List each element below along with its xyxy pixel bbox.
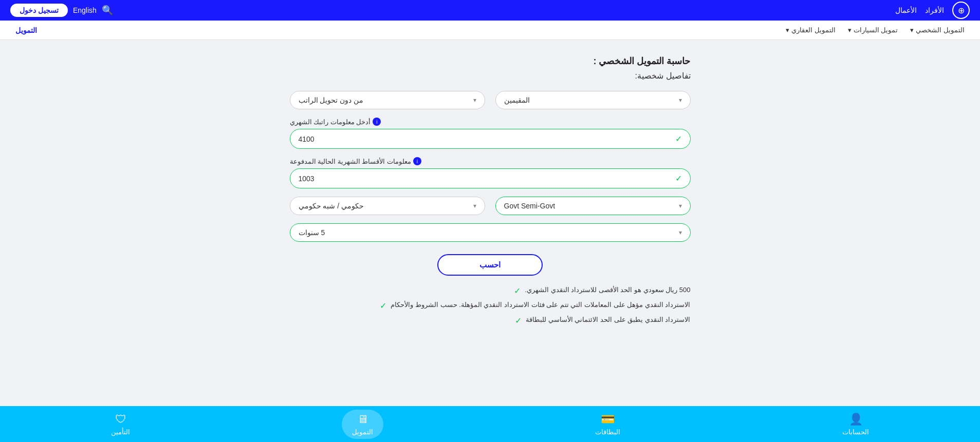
salary-transfer-group: ▾ من دون تحويل الراتب: [290, 91, 485, 109]
section-title: تفاصيل شخصية:: [290, 71, 691, 81]
note-item-2: ✓ الاسترداد النقدي مؤهل على المعاملات ال…: [290, 301, 691, 311]
personal-financing-label: التمويل الشخصي: [916, 26, 965, 34]
car-financing-link[interactable]: تمويل السيارات ▾: [848, 26, 898, 34]
personal-financing-link[interactable]: التمويل الشخصي ▾: [910, 26, 965, 34]
residency-value: المقيمين: [504, 96, 530, 104]
form-row-2: i أدخل معلومات راتبك الشهري ✓ 4100: [290, 118, 691, 149]
form-row-1: ▾ المقيمين ▾ من دون تحويل الراتب: [290, 91, 691, 109]
chevron-down-icon: ▾: [679, 97, 682, 104]
installments-value: 1003: [299, 175, 315, 183]
note-item-3: ✓ الاسترداد النقدي يطبق على الحد الائتما…: [290, 316, 691, 325]
check-icon: ✓: [380, 301, 386, 311]
real-estate-financing-link[interactable]: التمويل العقاري ▾: [786, 26, 836, 34]
page-title: حاسبة التمويل الشخصي :: [290, 55, 691, 67]
financing-bottom-label: التمويل: [352, 428, 373, 436]
individual-nav-link[interactable]: الأفراد: [925, 6, 944, 14]
duration-group: ▾ 5 سنوات: [290, 223, 691, 242]
bottom-navigation: 👤 الحسابات 💳 البطاقات 🖥 التمويل 🛡 التأمي…: [0, 406, 980, 442]
form-row-4: ▾ Govt Semi-Govt ▾ حكومي / شبه حكومي: [290, 197, 691, 215]
sector-ar-select[interactable]: ▾ حكومي / شبه حكومي: [290, 197, 485, 215]
notes-section: ✓ 500 ريال سعودي هو الحد الأقصى للاستردا…: [290, 286, 691, 325]
salary-transfer-select[interactable]: ▾ من دون تحويل الراتب: [290, 91, 485, 109]
car-financing-label: تمويل السيارات: [854, 26, 898, 34]
cards-icon: 💳: [601, 413, 615, 426]
chevron-down-icon: ▾: [473, 97, 476, 104]
salary-transfer-value: من دون تحويل الراتب: [299, 96, 364, 104]
chevron-down-icon: ▾: [910, 26, 914, 34]
check-icon: ✓: [675, 134, 682, 144]
sector-ar-group: ▾ حكومي / شبه حكومي: [290, 197, 485, 215]
salary-input[interactable]: ✓ 4100: [290, 129, 691, 149]
top-nav-right: ⊕ الأفراد الأعمال: [895, 2, 970, 19]
residency-select[interactable]: ▾ المقيمين: [495, 91, 691, 109]
residency-group: ▾ المقيمين: [495, 91, 691, 109]
secondary-navigation: التمويل الشخصي ▾ تمويل السيارات ▾ التموي…: [0, 21, 980, 40]
chevron-down-icon: ▾: [679, 229, 682, 236]
form-row-3: i معلومات الأقساط الشهرية الحالية المدفو…: [290, 157, 691, 188]
salary-label-text: أدخل معلومات راتبك الشهري: [290, 118, 371, 126]
duration-select[interactable]: ▾ 5 سنوات: [290, 223, 691, 242]
note-item-1: ✓ 500 ريال سعودي هو الحد الأقصى للاستردا…: [290, 286, 691, 296]
insurance-icon: 🛡: [115, 413, 126, 426]
form-row-5: ▾ 5 سنوات: [290, 223, 691, 242]
salary-label: i أدخل معلومات راتبك الشهري: [290, 118, 381, 126]
english-link[interactable]: English: [73, 6, 97, 14]
installments-label-text: معلومات الأقساط الشهرية الحالية المدفوعة: [290, 158, 411, 165]
secondary-nav-links: التمويل الشخصي ▾ تمويل السيارات ▾ التموي…: [786, 26, 965, 34]
bottom-nav-cards[interactable]: 💳 البطاقات: [585, 410, 631, 439]
bottom-nav-financing[interactable]: 🖥 التمويل: [342, 410, 383, 439]
chevron-down-icon: ▾: [473, 202, 476, 209]
check-icon: ✓: [675, 174, 682, 183]
salary-info-icon[interactable]: i: [373, 118, 381, 126]
installments-input[interactable]: ✓ 1003: [290, 168, 691, 188]
note-text-2: الاسترداد النقدي مؤهل على المعاملات التي…: [391, 301, 690, 309]
financing-main-link[interactable]: التمويل: [15, 26, 37, 34]
installments-info-icon[interactable]: i: [413, 157, 421, 165]
bottom-nav-insurance[interactable]: 🛡 التأمين: [101, 410, 140, 439]
accounts-label: الحسابات: [842, 428, 869, 436]
note-text-1: 500 ريال سعودي هو الحد الأقصى للاسترداد …: [525, 286, 690, 294]
financing-icon: 🖥: [357, 413, 368, 426]
bottom-nav-accounts[interactable]: 👤 الحسابات: [832, 410, 879, 439]
calculate-button-row: احسب: [290, 254, 691, 276]
insurance-label: التأمين: [111, 428, 130, 436]
accounts-icon: 👤: [849, 413, 863, 426]
top-nav-left: 🔍 English تسجيل دخول: [10, 4, 113, 17]
main-content: حاسبة التمويل الشخصي : تفاصيل شخصية: ▾ ا…: [259, 40, 722, 346]
sector-ar-value: حكومي / شبه حكومي: [299, 202, 364, 210]
installments-group: i معلومات الأقساط الشهرية الحالية المدفو…: [290, 157, 691, 188]
financing-label: التمويل: [15, 26, 37, 34]
search-icon[interactable]: 🔍: [102, 5, 113, 16]
sector-en-select[interactable]: ▾ Govt Semi-Govt: [495, 197, 691, 215]
real-estate-financing-label: التمويل العقاري: [791, 26, 836, 34]
salary-value: 4100: [299, 135, 315, 143]
top-navigation: ⊕ الأفراد الأعمال 🔍 English تسجيل دخول: [0, 0, 980, 21]
brand-icon[interactable]: ⊕: [952, 2, 970, 19]
check-icon: ✓: [514, 286, 521, 296]
duration-value: 5 سنوات: [299, 228, 325, 237]
installments-label: i معلومات الأقساط الشهرية الحالية المدفو…: [290, 157, 421, 165]
chevron-down-icon: ▾: [786, 26, 789, 34]
sector-en-value: Govt Semi-Govt: [504, 202, 556, 210]
chevron-down-icon: ▾: [848, 26, 852, 34]
business-nav-link[interactable]: الأعمال: [895, 6, 917, 14]
login-button[interactable]: تسجيل دخول: [10, 4, 68, 17]
sector-en-group: ▾ Govt Semi-Govt: [495, 197, 691, 215]
check-icon: ✓: [515, 316, 522, 325]
chevron-down-icon: ▾: [679, 202, 682, 209]
salary-group: i أدخل معلومات راتبك الشهري ✓ 4100: [290, 118, 691, 149]
note-text-3: الاسترداد النقدي يطبق على الحد الائتماني…: [526, 316, 690, 323]
calculate-button[interactable]: احسب: [437, 254, 543, 276]
cards-label: البطاقات: [595, 428, 620, 436]
